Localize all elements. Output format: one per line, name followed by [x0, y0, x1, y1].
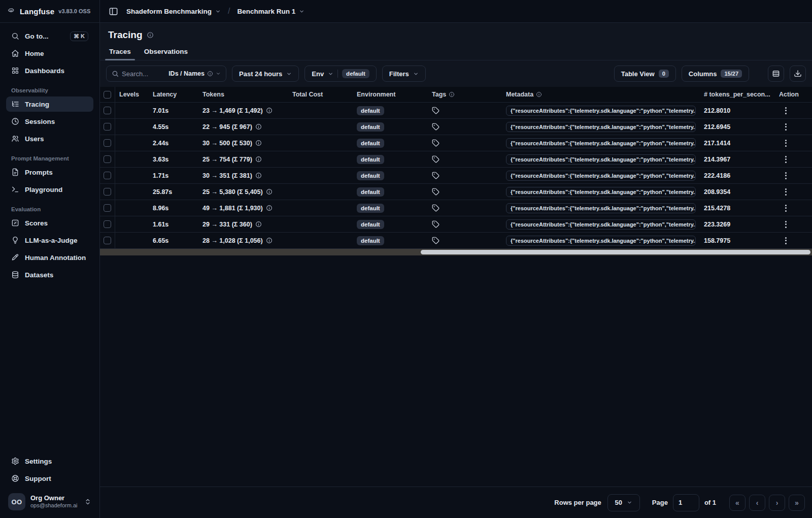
column-header-metadata[interactable]: Metadata — [502, 91, 700, 98]
table-row[interactable]: 7.01s 23 → 1,469 (Σ 1,492) default {"res… — [100, 103, 812, 119]
sidebar-item-llm-as-a-judge[interactable]: LLM-as-a-Judge — [6, 233, 93, 248]
kebab-menu-button[interactable] — [782, 137, 790, 150]
table-row[interactable]: 4.55s 22 → 945 (Σ 967) default {"resourc… — [100, 119, 812, 135]
column-header-tokens[interactable]: Tokens — [198, 91, 288, 98]
filters-button[interactable]: Filters — [382, 66, 426, 82]
download-button[interactable] — [790, 66, 806, 82]
info-icon[interactable] — [266, 188, 273, 195]
kebab-menu-button[interactable] — [782, 202, 790, 215]
time-range-button[interactable]: Past 24 hours — [232, 66, 299, 82]
metadata-value[interactable]: {"resourceAttributes":{"telemetry.sdk.la… — [506, 187, 696, 197]
metadata-value[interactable]: {"resourceAttributes":{"telemetry.sdk.la… — [506, 219, 696, 230]
sidebar-toggle-button[interactable] — [106, 4, 120, 18]
sidebar-item-support[interactable]: Support — [6, 471, 93, 486]
metadata-value[interactable]: {"resourceAttributes":{"telemetry.sdk.la… — [506, 154, 696, 165]
tag-icon[interactable] — [432, 188, 439, 196]
sidebar-item-tracing[interactable]: Tracing — [6, 96, 93, 112]
sidebar-item-dashboards[interactable]: Dashboards — [6, 63, 93, 78]
search-input[interactable] — [122, 70, 165, 78]
row-checkbox[interactable] — [104, 139, 111, 147]
tag-icon[interactable] — [432, 220, 439, 228]
kebab-menu-button[interactable] — [782, 153, 790, 166]
table-row[interactable]: 3.63s 25 → 754 (Σ 779) default {"resourc… — [100, 151, 812, 168]
kebab-menu-button[interactable] — [782, 218, 790, 231]
account-menu-button[interactable]: OO Org Owner ops@shadeform.ai — [6, 490, 93, 513]
info-icon[interactable] — [255, 156, 262, 163]
kebab-menu-button[interactable] — [782, 234, 790, 247]
info-icon[interactable] — [266, 205, 273, 211]
sidebar-item-home[interactable]: Home — [6, 46, 93, 61]
table-row[interactable]: 6.65s 28 → 1,028 (Σ 1,056) default {"res… — [100, 233, 812, 249]
table-row[interactable]: 8.96s 49 → 1,881 (Σ 1,930) default {"res… — [100, 200, 812, 216]
sidebar-item-playground[interactable]: Playground — [6, 182, 93, 197]
previous-page-button[interactable]: ‹ — [749, 495, 765, 511]
column-header-total-cost[interactable]: Total Cost — [288, 91, 353, 98]
tab-traces[interactable]: Traces — [109, 45, 131, 60]
horizontal-scrollbar-track[interactable] — [100, 249, 812, 255]
kebab-menu-button[interactable] — [782, 169, 790, 182]
metadata-value[interactable]: {"resourceAttributes":{"telemetry.sdk.la… — [506, 203, 696, 213]
row-checkbox[interactable] — [104, 204, 111, 212]
row-checkbox[interactable] — [104, 220, 111, 228]
tag-icon[interactable] — [432, 139, 439, 147]
metadata-value[interactable]: {"resourceAttributes":{"telemetry.sdk.la… — [506, 106, 696, 116]
last-page-button[interactable]: » — [789, 495, 805, 511]
tag-icon[interactable] — [432, 107, 439, 114]
env-filter-button[interactable]: Env default — [304, 66, 377, 82]
breadcrumb-org[interactable]: Shadeform Benchmarking — [126, 8, 221, 15]
tag-icon[interactable] — [432, 172, 439, 179]
page-number-input[interactable] — [673, 494, 699, 511]
tab-observations[interactable]: Observations — [144, 45, 188, 60]
select-all-checkbox[interactable] — [104, 91, 111, 99]
row-checkbox[interactable] — [104, 172, 111, 179]
search-scope-dropdown[interactable]: IDs / Names — [168, 70, 221, 77]
tag-icon[interactable] — [432, 237, 439, 244]
column-header-latency[interactable]: Latency — [149, 91, 198, 98]
info-icon[interactable] — [266, 107, 273, 114]
column-header-tokens-per-second[interactable]: # tokens_per_secon... — [700, 91, 775, 98]
info-icon[interactable] — [255, 221, 262, 228]
table-row[interactable]: 2.44s 30 → 500 (Σ 530) default {"resourc… — [100, 135, 812, 151]
sidebar-item-prompts[interactable]: Prompts — [6, 165, 93, 180]
sidebar-item-datasets[interactable]: Datasets — [6, 267, 93, 282]
row-checkbox[interactable] — [104, 188, 111, 196]
horizontal-scrollbar-thumb[interactable] — [421, 250, 810, 254]
info-icon[interactable] — [266, 237, 273, 244]
sidebar-item-users[interactable]: Users — [6, 131, 93, 146]
sidebar-item-human-annotation[interactable]: Human Annotation — [6, 250, 93, 265]
tag-icon[interactable] — [432, 155, 439, 163]
column-header-tags[interactable]: Tags — [428, 91, 502, 98]
tag-icon[interactable] — [432, 123, 439, 131]
table-row[interactable]: 25.87s 25 → 5,380 (Σ 5,405) default {"re… — [100, 184, 812, 200]
kebab-menu-button[interactable] — [782, 120, 790, 134]
kebab-menu-button[interactable] — [782, 104, 790, 117]
table-row[interactable]: 1.71s 30 → 351 (Σ 381) default {"resourc… — [100, 168, 812, 184]
metadata-value[interactable]: {"resourceAttributes":{"telemetry.sdk.la… — [506, 122, 696, 132]
sidebar-item-goto[interactable]: Go to... ⌘ K — [6, 28, 93, 44]
row-checkbox[interactable] — [104, 237, 111, 244]
metadata-value[interactable]: {"resourceAttributes":{"telemetry.sdk.la… — [506, 236, 696, 246]
breadcrumb-project[interactable]: Benchmark Run 1 — [238, 8, 305, 15]
row-checkbox[interactable] — [104, 123, 111, 131]
column-header-environment[interactable]: Environment — [353, 91, 428, 98]
info-icon[interactable] — [255, 140, 262, 146]
next-page-button[interactable]: › — [769, 495, 785, 511]
info-icon[interactable] — [255, 172, 262, 179]
sidebar-item-sessions[interactable]: Sessions — [6, 114, 93, 129]
sidebar-item-scores[interactable]: Scores — [6, 215, 93, 231]
metadata-value[interactable]: {"resourceAttributes":{"telemetry.sdk.la… — [506, 171, 696, 181]
info-icon[interactable] — [147, 31, 154, 39]
sidebar-item-settings[interactable]: Settings — [6, 454, 93, 469]
rows-per-page-select[interactable]: 50 — [607, 494, 640, 511]
table-view-button[interactable]: Table View 0 — [614, 66, 676, 82]
table-row[interactable]: 1.61s 29 → 331 (Σ 360) default {"resourc… — [100, 216, 812, 233]
columns-button[interactable]: Columns 15/27 — [682, 66, 749, 82]
tag-icon[interactable] — [432, 204, 439, 212]
kebab-menu-button[interactable] — [782, 185, 790, 199]
first-page-button[interactable]: « — [729, 495, 746, 511]
row-checkbox[interactable] — [104, 107, 111, 114]
info-icon[interactable] — [255, 123, 262, 130]
column-header-action[interactable]: Action — [775, 91, 812, 98]
row-checkbox[interactable] — [104, 155, 111, 163]
row-height-button[interactable] — [768, 66, 784, 82]
